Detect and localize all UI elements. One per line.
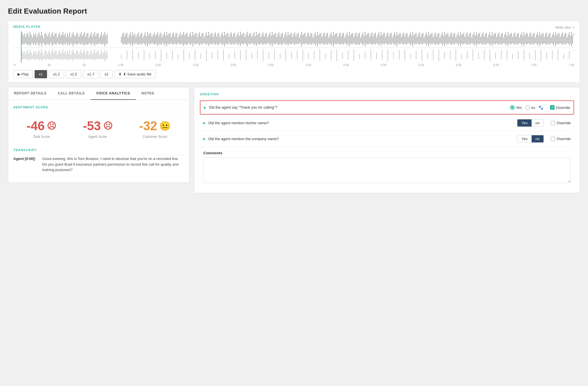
question-controls-3: Yes no Override xyxy=(517,135,571,143)
svg-rect-591 xyxy=(337,49,337,61)
override-checkbox-2[interactable] xyxy=(551,121,555,125)
no-radio-1[interactable]: no xyxy=(525,105,535,110)
svg-rect-106 xyxy=(154,32,155,45)
svg-rect-146 xyxy=(199,32,200,45)
svg-rect-125 xyxy=(175,33,176,44)
svg-rect-333 xyxy=(411,36,412,44)
svg-rect-575 xyxy=(246,49,246,61)
svg-rect-73 xyxy=(103,34,104,44)
svg-rect-316 xyxy=(392,37,393,43)
svg-rect-348 xyxy=(428,32,429,47)
wide-view-link[interactable]: Wide view ↗ xyxy=(555,26,575,29)
right-panel: GREETING ▶ Did the agent say "Thank you … xyxy=(194,87,580,193)
svg-rect-353 xyxy=(434,34,435,44)
svg-rect-461 xyxy=(557,35,557,44)
comments-textarea[interactable] xyxy=(203,157,571,183)
svg-rect-323 xyxy=(400,33,401,44)
svg-rect-69 xyxy=(99,37,100,43)
svg-rect-5 xyxy=(26,34,27,44)
tab-notes[interactable]: NOTES xyxy=(136,87,160,100)
svg-rect-405 xyxy=(493,35,494,44)
question-expand-3[interactable]: ▶ xyxy=(203,137,206,141)
svg-rect-424 xyxy=(515,32,515,45)
svg-rect-454 xyxy=(549,33,549,44)
svg-rect-506 xyxy=(55,51,55,59)
divider xyxy=(13,112,184,112)
svg-rect-65 xyxy=(94,32,95,46)
save-audio-button[interactable]: ⬇ ⬇ Save audio file xyxy=(114,70,156,78)
svg-rect-230 xyxy=(295,32,295,45)
play-button[interactable]: ▶ Play xyxy=(13,70,33,78)
svg-rect-120 xyxy=(170,33,170,44)
svg-rect-623 xyxy=(518,51,519,59)
svg-rect-459 xyxy=(554,36,555,44)
yes-toggle-2[interactable]: Yes xyxy=(517,119,531,126)
svg-rect-446 xyxy=(540,32,540,47)
question-expand-1[interactable]: ▶ xyxy=(204,106,206,109)
svg-rect-131 xyxy=(182,34,183,44)
svg-rect-250 xyxy=(317,32,318,47)
svg-rect-108 xyxy=(156,34,157,44)
tab-call-details[interactable]: CALL DETAILS xyxy=(52,87,90,100)
no-toggle-3[interactable]: no xyxy=(532,135,543,142)
svg-rect-570 xyxy=(217,50,218,60)
total-score-value: -46 ☹ xyxy=(27,119,56,133)
yes-radio-1[interactable]: Yes xyxy=(510,105,522,110)
svg-rect-160 xyxy=(215,32,216,45)
svg-rect-406 xyxy=(494,33,495,44)
svg-rect-629 xyxy=(552,50,553,60)
svg-rect-524 xyxy=(75,54,76,59)
svg-rect-561 xyxy=(166,53,167,59)
svg-rect-326 xyxy=(403,32,404,45)
svg-rect-204 xyxy=(265,33,266,44)
svg-rect-42 xyxy=(68,36,69,44)
svg-rect-350 xyxy=(431,33,431,44)
svg-rect-97 xyxy=(144,35,144,44)
override-checkbox-3[interactable] xyxy=(551,137,555,141)
download-icon: ⬇ xyxy=(119,72,122,76)
svg-rect-426 xyxy=(517,33,517,44)
svg-rect-499 xyxy=(47,54,47,59)
svg-rect-385 xyxy=(470,33,471,44)
svg-rect-244 xyxy=(310,33,311,44)
svg-rect-34 xyxy=(59,32,60,45)
speed-x1-button[interactable]: x1 xyxy=(35,70,47,78)
customer-score-item: -32 😐 Customer Score xyxy=(139,119,171,139)
tabs-content: SENTIMENT SCORE -46 ☹ Total Score xyxy=(8,100,189,182)
svg-rect-174 xyxy=(231,32,232,45)
svg-rect-313 xyxy=(389,36,389,44)
speed-x17-button[interactable]: x1.7 xyxy=(83,70,99,78)
svg-rect-386 xyxy=(471,37,472,43)
tab-voice-analytics[interactable]: VOICE ANALYTICS xyxy=(90,87,136,100)
no-toggle-2[interactable]: no xyxy=(532,119,543,126)
svg-rect-185 xyxy=(244,33,244,44)
svg-rect-181 xyxy=(239,36,240,44)
svg-rect-149 xyxy=(203,33,203,44)
svg-rect-275 xyxy=(346,35,346,44)
svg-rect-520 xyxy=(71,55,71,59)
svg-rect-261 xyxy=(330,35,330,44)
svg-rect-516 xyxy=(66,54,67,59)
svg-rect-132 xyxy=(183,32,184,46)
svg-rect-592 xyxy=(342,52,343,59)
speed-x12-button[interactable]: x1.2 xyxy=(49,70,64,78)
svg-rect-356 xyxy=(437,33,438,44)
speed-x2-button[interactable]: x2 xyxy=(100,70,113,78)
speed-x15-button[interactable]: x1.5 xyxy=(66,70,81,78)
svg-rect-565 xyxy=(189,52,190,59)
svg-rect-117 xyxy=(166,32,167,47)
tab-report-details[interactable]: REPORT DETAILS xyxy=(8,87,52,100)
svg-rect-44 xyxy=(71,37,71,43)
override-checkbox-1[interactable] xyxy=(550,105,555,110)
svg-rect-414 xyxy=(503,37,504,43)
svg-rect-556 xyxy=(138,52,139,59)
svg-rect-547 xyxy=(101,50,102,60)
svg-rect-425 xyxy=(516,36,516,44)
waveform-container[interactable] xyxy=(13,31,575,62)
svg-rect-498 xyxy=(46,50,46,60)
question-expand-2[interactable]: ▶ xyxy=(203,121,206,125)
svg-rect-562 xyxy=(172,50,173,60)
media-player-label: MEDIA PLAYER xyxy=(13,25,41,28)
yes-toggle-3[interactable]: Yes xyxy=(517,135,531,142)
svg-rect-281 xyxy=(352,33,353,44)
